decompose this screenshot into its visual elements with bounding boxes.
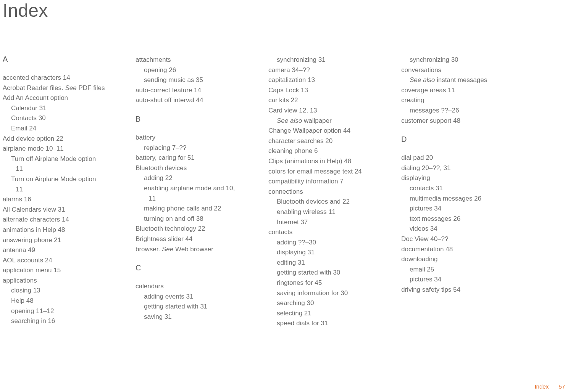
index-entry: calendars (136, 281, 246, 292)
section-letter-a: A (3, 55, 113, 64)
index-entry: compatibility information 7 (268, 177, 379, 187)
index-subentry: enabling airplane mode and 10, (136, 183, 246, 194)
section-letter-d: D (401, 135, 512, 144)
index-subentry: getting started with 31 (136, 302, 246, 312)
index-subentry: opening 11–12 (3, 306, 113, 316)
index-entry: Clips (animations in Help) 48 (268, 156, 379, 167)
see-also-reference: See also (277, 117, 302, 124)
index-subentry: pictures 34 (401, 204, 512, 214)
index-subentry: synchronizing 30 (401, 55, 512, 65)
see-reference: See (162, 246, 173, 253)
index-subentry: ringtones for 45 (268, 278, 379, 288)
index-subentry: See also wallpaper (268, 116, 379, 126)
index-entry: coverage areas 11 (401, 85, 512, 96)
index-entry-text: instant messages (435, 76, 487, 84)
index-subentry: speed dials for 31 (268, 318, 379, 329)
index-entry-text: PDF files (77, 84, 105, 92)
index-subentry: Turn off Airplane Mode option (3, 154, 113, 164)
index-entry-text: browser. (136, 246, 162, 253)
index-subentry: replacing 7–?? (136, 143, 246, 153)
index-subentry: adding events 31 (136, 292, 246, 302)
index-entry: customer support 48 (401, 116, 512, 126)
index-entry: battery (136, 133, 246, 143)
index-entry: auto-shut off interval 44 (136, 95, 246, 106)
index-subentry: synchronizing 31 (268, 55, 379, 65)
index-entry: Brightness slider 44 (136, 234, 246, 244)
index-entry: Add An Account option (3, 93, 113, 103)
index-subentry: searching in 16 (3, 316, 113, 326)
index-entry: alarms 16 (3, 194, 113, 205)
index-subentry: sending music as 35 (136, 75, 246, 85)
index-entry: conversations (401, 65, 512, 76)
index-entry: car kits 22 (268, 95, 379, 106)
index-entry: browser. See Web browser (136, 244, 246, 255)
index-entry-text: Acrobat Reader files. (3, 84, 65, 92)
index-subentry: saving information for 30 (268, 288, 379, 299)
index-subentry: email 25 (401, 265, 512, 275)
index-entry: airplane mode 10–11 (3, 144, 113, 154)
index-subentry: See also instant messages (401, 75, 512, 85)
index-subentry: opening 26 (136, 65, 246, 76)
index-subentry: making phone calls and 22 (136, 204, 246, 214)
index-entry: application menu 15 (3, 265, 113, 276)
index-entry: answering phone 21 (3, 235, 113, 246)
index-subentry: adding ??–30 (268, 238, 379, 248)
index-entry: Bluetooth technology 22 (136, 224, 246, 234)
index-entry: applications (3, 276, 113, 286)
index-entry: connections (268, 187, 379, 197)
index-entry: creating (401, 95, 512, 106)
index-entry: Change Wallpaper option 44 (268, 126, 379, 136)
index-subentry: Contacts 30 (3, 113, 113, 124)
index-entry: antenna 49 (3, 245, 113, 255)
index-subentry: selecting 21 (268, 308, 379, 319)
index-entry: cleaning phone 6 (268, 146, 379, 156)
index-subentry: Internet 37 (268, 217, 379, 228)
index-entry: Add device option 22 (3, 134, 113, 144)
index-subentry: adding 22 (136, 173, 246, 183)
index-subentry: pictures 34 (401, 275, 512, 285)
index-entry: Acrobat Reader files. See PDF files (3, 83, 113, 93)
index-entry: AOL accounts 24 (3, 255, 113, 266)
index-entry: auto-correct feature 14 (136, 85, 246, 96)
index-page-wrap: 11 (3, 185, 113, 195)
index-subentry: editing 31 (268, 258, 379, 268)
index-entry: capitalization 13 (268, 75, 379, 85)
index-subentry: videos 34 (401, 224, 512, 234)
index-entry-text: wallpaper (302, 117, 332, 124)
index-subentry: saving 31 (136, 312, 246, 322)
index-subentry: contacts 31 (401, 183, 512, 194)
index-entry: Doc View 40–?? (401, 234, 512, 244)
index-subentry: getting started with 30 (268, 268, 379, 278)
index-subentry: text messages 26 (401, 214, 512, 224)
index-subentry: enabling wireless 11 (268, 207, 379, 217)
footer-label: Index (534, 383, 549, 390)
index-subentry: messages ??–26 (401, 106, 512, 116)
index-subentry: searching 30 (268, 298, 379, 308)
index-entry: camera 34–?? (268, 65, 379, 76)
see-also-reference: See also (410, 76, 435, 84)
index-entry: All Calendars view 31 (3, 205, 113, 215)
index-subentry: Help 48 (3, 296, 113, 306)
page-title: Index (3, 0, 48, 21)
index-entry: dial pad 20 (401, 153, 512, 163)
index-entry: colors for email message text 24 (268, 167, 379, 177)
index-page-wrap: 11 (136, 194, 246, 204)
index-entry: Caps Lock 13 (268, 85, 379, 96)
page: Index A accented characters 14 Acrobat R… (0, 0, 565, 392)
index-entry: downloading (401, 254, 512, 265)
index-subentry: turning on and off 38 (136, 214, 246, 224)
index-subentry: closing 13 (3, 286, 113, 296)
footer-page-number: 57 (559, 383, 565, 390)
index-entry-text: Web browser (173, 246, 213, 253)
index-entry: Card view 12, 13 (268, 106, 379, 116)
index-subentry: multimedia messages 26 (401, 194, 512, 204)
index-page-wrap: 11 (3, 164, 113, 174)
index-entry: driving safety tips 54 (401, 285, 512, 295)
index-subentry: Calendar 31 (3, 103, 113, 114)
index-columns: A accented characters 14 Acrobat Reader … (3, 55, 512, 329)
index-subentry: Bluetooth devices and 22 (268, 197, 379, 207)
index-entry: contacts (268, 227, 379, 238)
index-subentry: displaying 31 (268, 247, 379, 258)
section-letter-c: C (136, 263, 246, 272)
index-subentry: Turn on Airplane Mode option (3, 174, 113, 185)
